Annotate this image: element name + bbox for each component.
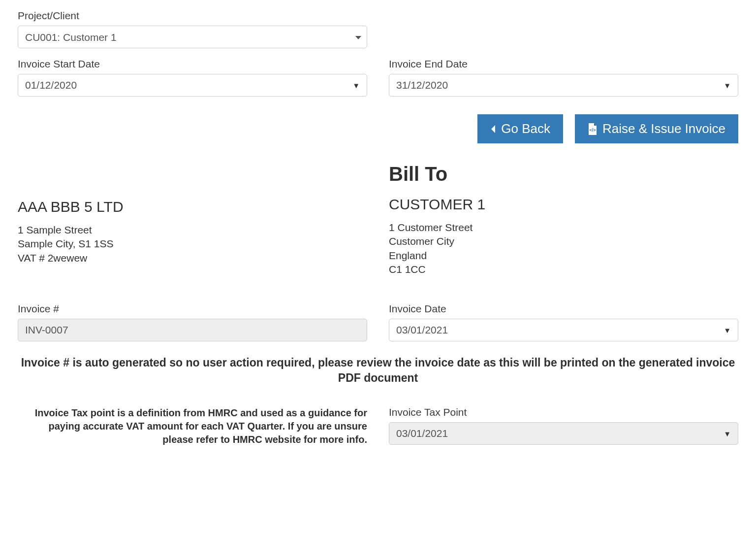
invoice-number-label: Invoice # xyxy=(18,303,367,315)
invoice-date-label: Invoice Date xyxy=(389,303,738,315)
bill-to-company-name: CUSTOMER 1 xyxy=(389,196,738,213)
chevron-down-icon: ▼ xyxy=(352,81,360,90)
chevron-down-icon: ▼ xyxy=(724,430,731,438)
chevron-down-icon: ▼ xyxy=(724,326,731,334)
actions-row: Go Back </> Raise & Issue Invoice xyxy=(18,114,738,143)
bill-to-line1: 1 Customer Street xyxy=(389,221,738,234)
bill-to-line4: C1 1CC xyxy=(389,263,738,276)
invoice-start-date-label: Invoice Start Date xyxy=(18,58,367,70)
invoice-number-input xyxy=(18,319,367,341)
project-client-select[interactable]: CU001: Customer 1 xyxy=(18,26,367,48)
from-address-line1: 1 Sample Street xyxy=(18,223,367,237)
from-address-line2: Sample City, S1 1SS xyxy=(18,237,367,251)
invoice-start-date-value: 01/12/2020 xyxy=(25,79,77,91)
caret-left-icon xyxy=(490,124,496,134)
bill-to-line3: England xyxy=(389,249,738,263)
from-vat: VAT # 2wewew xyxy=(18,251,367,265)
bill-to-heading: Bill To xyxy=(389,163,738,185)
tax-point-note: Invoice Tax point is a definition from H… xyxy=(18,406,367,446)
project-client-label: Project/Client xyxy=(18,10,367,22)
raise-issue-invoice-label: Raise & Issue Invoice xyxy=(602,121,725,136)
invoice-end-date-value: 31/12/2020 xyxy=(396,79,448,91)
project-client-select-wrap: CU001: Customer 1 xyxy=(18,26,367,48)
go-back-label: Go Back xyxy=(501,121,550,136)
go-back-button[interactable]: Go Back xyxy=(477,114,563,143)
bill-to-block: Bill To CUSTOMER 1 1 Customer Street Cus… xyxy=(389,163,738,276)
invoice-date-value: 03/01/2021 xyxy=(396,324,448,336)
invoice-end-date-label: Invoice End Date xyxy=(389,58,738,70)
invoice-date-input[interactable]: 03/01/2021 ▼ xyxy=(389,319,738,341)
svg-text:</>: </> xyxy=(589,128,596,133)
invoice-number-note: Invoice # is auto generated so no user a… xyxy=(18,355,738,386)
raise-issue-invoice-button[interactable]: </> Raise & Issue Invoice xyxy=(575,114,738,143)
invoice-end-date-input[interactable]: 31/12/2020 ▼ xyxy=(389,74,738,97)
from-company-name: AAA BBB 5 LTD xyxy=(18,199,367,215)
bill-to-line2: Customer City xyxy=(389,234,738,248)
invoice-tax-point-value: 03/01/2021 xyxy=(396,428,448,439)
invoice-tax-point-input[interactable]: 03/01/2021 ▼ xyxy=(389,422,738,445)
chevron-down-icon: ▼ xyxy=(724,81,731,90)
invoice-tax-point-label: Invoice Tax Point xyxy=(389,406,738,418)
from-address-block: AAA BBB 5 LTD 1 Sample Street Sample Cit… xyxy=(18,163,367,276)
invoice-start-date-input[interactable]: 01/12/2020 ▼ xyxy=(18,74,367,97)
file-code-icon: </> xyxy=(588,123,598,135)
